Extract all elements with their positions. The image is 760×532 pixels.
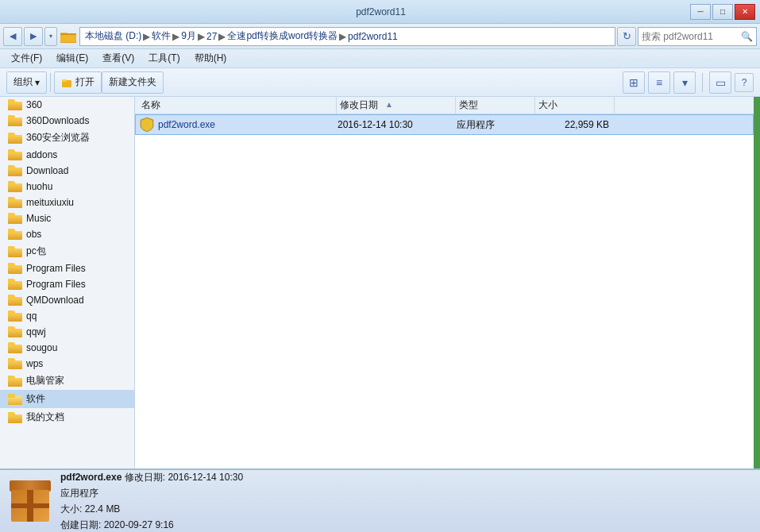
folder-icon: [8, 358, 22, 369]
menu-file[interactable]: 文件(F): [5, 50, 48, 67]
close-button[interactable]: ✕: [735, 4, 755, 20]
folder-icon: [8, 412, 22, 423]
status-file-icon: [10, 480, 51, 522]
folder-icon: [8, 246, 22, 257]
column-headers: 名称 ▲ 修改日期 类型 大小: [135, 97, 754, 114]
search-input[interactable]: [642, 31, 740, 42]
svg-rect-4: [60, 33, 76, 35]
titlebar: pdf2word11 ─ □ ✕: [0, 0, 760, 24]
folder-icon: [8, 181, 22, 192]
menu-tools[interactable]: 工具(T): [142, 50, 186, 67]
forward-button[interactable]: ▶: [24, 27, 43, 46]
folder-icon: [8, 376, 22, 387]
sidebar-item-wps[interactable]: wps: [0, 356, 134, 372]
sidebar-item-sougou[interactable]: sougou: [0, 340, 134, 356]
menu-help[interactable]: 帮助(H): [188, 50, 233, 67]
folder-icon: [8, 295, 22, 306]
sidebar-item-qq[interactable]: qq: [0, 308, 134, 324]
preview-pane-button[interactable]: ▭: [709, 71, 731, 94]
sidebar-item-huohu[interactable]: huohu: [0, 179, 134, 195]
status-info: pdf2word.exe 修改日期: 2016-12-14 10:30 应用程序…: [60, 471, 243, 532]
folder-icon: [8, 310, 22, 322]
sidebar-item-mydocs[interactable]: 我的文档: [0, 408, 134, 426]
sidebar-item-qmdownload[interactable]: QMDownload: [0, 292, 134, 308]
menubar: 文件(F) 编辑(E) 查看(V) 工具(T) 帮助(H): [0, 49, 760, 68]
folder-icon: [8, 149, 22, 160]
new-folder-button[interactable]: 新建文件夹: [102, 71, 164, 94]
status-size: 大小: 22.4 MB: [60, 503, 243, 516]
open-button[interactable]: 打开: [54, 71, 102, 94]
sidebar-item-360[interactable]: 360: [0, 97, 134, 113]
status-type: 应用程序: [60, 487, 243, 500]
toolbar-separator-2: [702, 73, 703, 92]
folder-icon: [8, 133, 22, 144]
folder-icon: [8, 99, 22, 110]
organize-button[interactable]: 组织 ▾: [6, 71, 47, 94]
folder-icon: [8, 263, 22, 274]
address-path[interactable]: 本地磁盘 (D:) ▶ 软件 ▶ 9月 ▶ 27 ▶ 全速pdf转换成word转…: [79, 27, 615, 46]
folder-icon: [8, 213, 22, 224]
statusbar: pdf2word.exe 修改日期: 2016-12-14 10:30 应用程序…: [0, 468, 760, 532]
content-area: 名称 ▲ 修改日期 类型 大小: [135, 97, 754, 468]
col-header-size[interactable]: 大小: [535, 97, 615, 114]
folder-icon: [8, 229, 22, 240]
sidebar-item-music[interactable]: Music: [0, 210, 134, 226]
titlebar-buttons: ─ □ ✕: [690, 4, 755, 20]
svg-rect-3: [60, 34, 76, 42]
search-box[interactable]: 🔍: [638, 27, 757, 46]
col-header-type[interactable]: 类型: [456, 97, 535, 114]
sidebar-item-pc[interactable]: pc包: [0, 242, 134, 260]
view-dropdown-button[interactable]: ▾: [673, 71, 696, 94]
sidebar-item-programfiles2[interactable]: Program Files: [0, 276, 134, 292]
exe-file-icon: [139, 117, 155, 133]
folder-icon: [8, 394, 22, 405]
view-details-button[interactable]: ≡: [648, 71, 670, 94]
nav-dropdown-button[interactable]: ▾: [44, 27, 57, 46]
folder-icon: [8, 326, 22, 337]
minimize-button[interactable]: ─: [690, 4, 711, 20]
file-name-cell: pdf2word.exe: [139, 117, 338, 133]
main-area: 360 360Downloads 360安全浏览器 addons Downloa…: [0, 97, 760, 468]
svg-rect-6: [62, 79, 67, 82]
sidebar-item-download[interactable]: Download: [0, 163, 134, 179]
sidebar-item-programfiles1[interactable]: Program Files: [0, 260, 134, 276]
sidebar-item-obs[interactable]: obs: [0, 226, 134, 242]
help-button[interactable]: ?: [735, 73, 754, 92]
folder-icon: [8, 165, 22, 176]
sidebar-item-360downloads[interactable]: 360Downloads: [0, 113, 134, 129]
sidebar-item-qqwj[interactable]: qqwj: [0, 324, 134, 340]
folder-icon: [8, 197, 22, 208]
status-filename: pdf2word.exe 修改日期: 2016-12-14 10:30: [60, 471, 243, 484]
sidebar-item-ruanjian[interactable]: 软件: [0, 390, 134, 408]
search-icon[interactable]: 🔍: [740, 29, 753, 44]
sidebar-item-360browser[interactable]: 360安全浏览器: [0, 129, 134, 147]
back-button[interactable]: ◀: [3, 27, 22, 46]
refresh-button[interactable]: ↻: [617, 27, 636, 46]
file-date-cell: 2016-12-14 10:30: [338, 119, 457, 130]
toolbar: 组织 ▾ 打开 新建文件夹 ⊞ ≡ ▾ ▭ ?: [0, 68, 760, 97]
folder-icon: [8, 342, 22, 353]
file-list: pdf2word.exe 2016-12-14 10:30 应用程序 22,95…: [135, 114, 754, 468]
file-size-cell: 22,959 KB: [536, 119, 615, 130]
right-edge: [754, 97, 760, 468]
sidebar-item-addons[interactable]: addons: [0, 147, 134, 163]
sidebar-item-diannaogj[interactable]: 电脑管家: [0, 372, 134, 390]
sidebar-item-meituxiuxiu[interactable]: meituxiuxiu: [0, 195, 134, 210]
toolbar-separator: [50, 73, 51, 92]
window-title: pdf2word11: [71, 6, 690, 17]
sidebar: 360 360Downloads 360安全浏览器 addons Downloa…: [0, 97, 135, 468]
path-root: 本地磁盘 (D:): [85, 29, 141, 43]
menu-view[interactable]: 查看(V): [96, 50, 141, 67]
folder-icon: [8, 115, 22, 126]
view-toggle-button[interactable]: ⊞: [623, 71, 645, 94]
toolbar-group-left: 组织 ▾ 打开 新建文件夹: [6, 71, 164, 94]
restore-button[interactable]: □: [712, 4, 733, 20]
open-icon: [61, 77, 72, 88]
col-header-name[interactable]: 名称: [138, 97, 337, 114]
folder-icon: [59, 27, 78, 46]
file-type-cell: 应用程序: [457, 118, 536, 132]
table-row[interactable]: pdf2word.exe 2016-12-14 10:30 应用程序 22,95…: [135, 114, 754, 135]
menu-edit[interactable]: 编辑(E): [50, 50, 95, 67]
col-header-date[interactable]: 修改日期: [337, 97, 456, 114]
folder-icon: [8, 279, 22, 290]
